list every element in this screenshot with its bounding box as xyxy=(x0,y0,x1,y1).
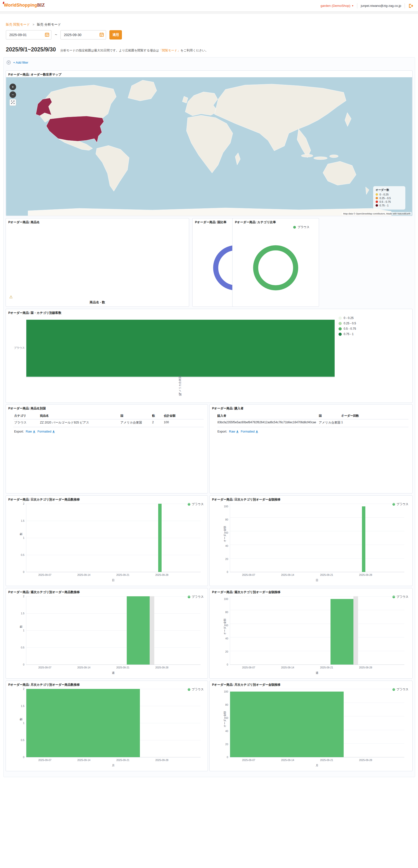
breadcrumb-current: 販売 分析モード xyxy=(37,23,61,26)
legend-dot xyxy=(376,204,378,207)
table-row[interactable]: ブラウス ZZ 2020 パールゴールド925 ピアス アメリカ合衆国 2 10… xyxy=(6,421,208,426)
start-date-input[interactable] xyxy=(6,30,52,39)
plot-area[interactable] xyxy=(26,596,201,665)
heatmap-legend-item[interactable]: 0 - 0.25 xyxy=(338,316,356,320)
add-filter-button[interactable]: + Add filter xyxy=(13,61,28,64)
table-header-row: カテゴリ⇅ 商品名⇅ 国⇅ 数⇅ 合計金額⇅ xyxy=(6,414,208,418)
xaxis-label: 週 xyxy=(26,671,200,675)
bar-blouse[interactable] xyxy=(230,691,344,757)
heatmap-legend-item[interactable]: 0.75 - 1 xyxy=(338,332,356,336)
panel-daily-amount-chart: Pオーダー商品: 日次カテゴリ別オーダー金額推移 ブラウス オーダー金額 100… xyxy=(209,495,413,586)
panel-title: Pオーダー商品: オーダー数世界マップ xyxy=(8,73,61,77)
panel-table-buyers: Pオーダー商品: 購入者 購入者⇅ 国⇅ オーダー回数⇅ 83bcfa2355f… xyxy=(209,404,413,493)
download-icon xyxy=(236,430,239,433)
panel-daily-count-chart: Pオーダー商品: 日次カテゴリ別オーダー商品数推移 ブラウス 数 2 1.5 1… xyxy=(6,495,208,586)
legend-dot xyxy=(293,226,296,228)
map-zoom-out-button[interactable]: − xyxy=(9,91,16,98)
panel-monthly-count-chart: Pオーダー商品: 月次カテゴリ別オーダー商品数推移 ブラウス 数 2 1.5 1… xyxy=(6,681,208,771)
xaxis-ticks: 2025-09-07 2025-09-14 2025-09-21 2025-09… xyxy=(26,574,200,577)
app-logo: WorldShoppingBIZ xyxy=(4,3,45,8)
sort-icon: ⇅ xyxy=(15,414,17,416)
panel-title: Pオーダー商品: 国・カテゴリ別顧客数 xyxy=(8,311,61,315)
plot-area[interactable] xyxy=(230,504,405,572)
table-divider xyxy=(217,419,409,420)
panel-title: Pオーダー商品: 週次カテゴリ別オーダー商品数推移 xyxy=(8,590,80,594)
xaxis-ticks: 2025-09-07 2025-09-14 2025-09-21 2025-09… xyxy=(230,574,404,577)
legend-dot xyxy=(376,197,378,199)
export-raw-link[interactable]: Raw xyxy=(26,430,36,433)
chevron-down-icon: ▼ xyxy=(352,5,354,7)
panel-title: Pオーダー商品: 月次カテゴリ別オーダー金額推移 xyxy=(212,683,280,687)
plot-area[interactable] xyxy=(230,596,405,665)
warning-icon[interactable]: ⚠ xyxy=(9,294,13,299)
bar-blouse[interactable] xyxy=(362,506,365,572)
sort-icon: ⇅ xyxy=(41,414,43,416)
world-map[interactable]: + − オーダー数 0 - 0.25 0.25 - 0.5 0.5 - 0.75… xyxy=(6,77,412,216)
breadcrumb-view-mode-link[interactable]: 販売 閲覧モード xyxy=(6,23,30,26)
heatmap-cell[interactable] xyxy=(26,320,335,377)
plot-area[interactable] xyxy=(26,504,201,572)
download-icon xyxy=(52,430,55,433)
panel-weekly-amount-chart: Pオーダー商品: 週次カテゴリ別オーダー金額推移 ブラウス オーダー金額 100… xyxy=(209,588,413,679)
chart-legend[interactable]: ブラウス xyxy=(293,225,309,229)
map-legend-item: 0 - 0.25 xyxy=(376,193,403,196)
xaxis-ticks: 2025-09-07 2025-09-14 2025-09-21 2025-09… xyxy=(26,758,200,762)
bar-blouse[interactable] xyxy=(127,596,150,664)
heatmap-legend-item[interactable]: 0.25 - 0.5 xyxy=(338,322,356,325)
panel-product-name: Pオーダー商品: 商品名 ⚠ 商品名 - 数 xyxy=(6,218,189,307)
breadcrumb-separator: > xyxy=(33,23,34,26)
end-date-box xyxy=(60,30,106,39)
panel-title: Pオーダー商品: 日次カテゴリ別オーダー金額推移 xyxy=(212,498,280,502)
export-raw-link[interactable]: Raw xyxy=(229,430,239,433)
calendar-icon[interactable] xyxy=(99,32,104,37)
panel-heatmap: Pオーダー商品: 国・カテゴリ別顧客数 ブラウス アメリカ合衆国 国 0 - 0… xyxy=(6,309,413,403)
shop-selector[interactable]: garden (DemoShop) ▼ xyxy=(321,4,354,7)
export-formatted-link[interactable]: Formatted xyxy=(37,430,55,433)
view-mode-link[interactable]: 「閲覧モード」 xyxy=(159,49,180,52)
xaxis-label: 月 xyxy=(26,764,200,767)
period-title: 2025/9/1~2025/9/30 xyxy=(6,46,56,53)
panel-table-products: Pオーダー商品: 商品名別国 カテゴリ⇅ 商品名⇅ 国⇅ 数⇅ 合計金額⇅ ブラ… xyxy=(6,404,208,493)
user-email: junpei.niwano@zig-zag.co.jp xyxy=(361,4,401,7)
panel-title: Pオーダー商品: カテゴリ比率 xyxy=(235,220,276,224)
panel-title: Pオーダー商品: 日次カテゴリ別オーダー商品数推移 xyxy=(8,498,80,502)
donut-chart-category xyxy=(251,243,300,292)
sort-icon: ⇅ xyxy=(165,414,167,416)
sort-icon: ⇅ xyxy=(320,414,322,416)
bar-blouse[interactable] xyxy=(330,599,353,664)
table-header-row: 購入者⇅ 国⇅ オーダー回数⇅ xyxy=(210,414,412,418)
table-row[interactable]: 83bcfa2355f5e5ac60bef84792f626412ad6c54c… xyxy=(210,421,412,426)
yaxis-ticks: 2 1.5 1 0.5 0 xyxy=(16,689,24,757)
start-date-box xyxy=(6,30,52,39)
export-formatted-link[interactable]: Formatted xyxy=(241,430,258,433)
filter-icon[interactable] xyxy=(7,60,11,65)
panel-title: Pオーダー商品: 商品名 xyxy=(8,220,40,224)
panel-title: Pオーダー商品: 週次カテゴリ別オーダー金額推移 xyxy=(212,590,280,594)
logo-brand-suffix: BIZ xyxy=(37,3,45,7)
apply-button[interactable]: 適用 xyxy=(110,30,122,39)
map-zoom-in-button[interactable]: + xyxy=(9,84,16,90)
dashboard-container: + Add filter Pオーダー商品: オーダー数世界マップ xyxy=(3,57,415,777)
header-divider xyxy=(405,3,405,8)
xaxis-ticks: 2025-09-07 2025-09-14 2025-09-21 2025-09… xyxy=(26,666,200,670)
legend-dot xyxy=(376,193,378,196)
logout-button[interactable] xyxy=(408,3,414,8)
end-date-input[interactable] xyxy=(60,30,106,39)
heatmap-ytick: ブラウス xyxy=(12,346,25,350)
xaxis-ticks: 2025-09-07 2025-09-14 2025-09-21 2025-09… xyxy=(230,758,404,762)
panel-monthly-amount-chart: Pオーダー商品: 月次カテゴリ別オーダー金額推移 ブラウス オーダー金額 100… xyxy=(209,681,413,771)
bar-blouse[interactable] xyxy=(26,689,140,757)
yaxis-ticks: 100 80 60 40 20 0 xyxy=(219,689,228,757)
map-draw-bounds-button[interactable] xyxy=(9,99,16,106)
export-bar: Export: Raw Formatted xyxy=(14,430,55,433)
draw-bounds-icon xyxy=(11,100,14,104)
table-divider xyxy=(13,419,204,420)
heatmap-legend-item[interactable]: 0.5 - 0.75 xyxy=(338,327,356,331)
download-icon xyxy=(33,430,36,433)
calendar-icon[interactable] xyxy=(45,32,49,37)
plot-area[interactable] xyxy=(26,689,201,757)
legend-dot xyxy=(338,327,342,331)
plot-area[interactable] xyxy=(230,689,405,757)
yaxis-ticks: 2 1.5 1 0.5 0 xyxy=(16,596,24,664)
bar-blouse[interactable] xyxy=(158,504,161,572)
